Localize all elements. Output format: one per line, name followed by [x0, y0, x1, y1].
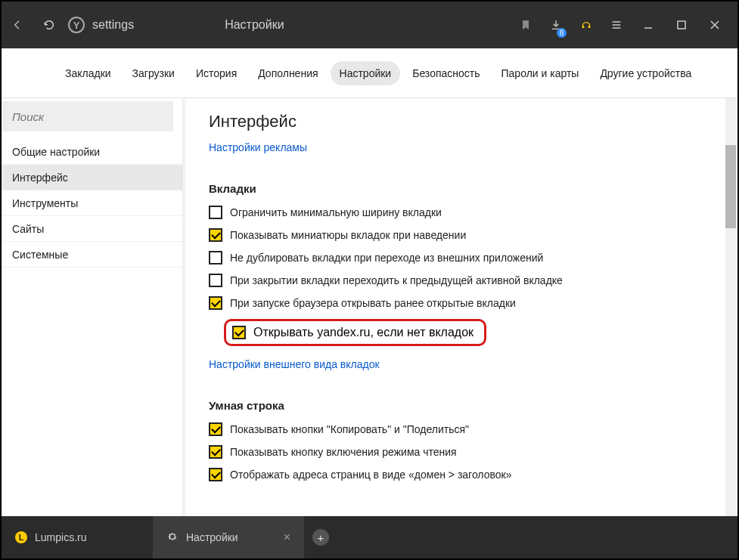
- opt-domain-title-format[interactable]: Отображать адреса страниц в виде «домен …: [209, 468, 710, 481]
- sidebar: Общие настройки Интерфейс Инструменты Са…: [2, 98, 183, 518]
- maximize-button[interactable]: [665, 2, 698, 48]
- checkbox-icon[interactable]: [209, 228, 222, 242]
- downloads-icon[interactable]: 8: [541, 2, 571, 48]
- opt-reader-mode-button[interactable]: Показывать кнопку включения режима чтени…: [209, 445, 710, 459]
- sidebar-item-system[interactable]: Системные: [2, 242, 182, 268]
- search-input[interactable]: [2, 101, 173, 131]
- opt-restore-tabs[interactable]: При запуске браузера открывать ранее отк…: [209, 296, 710, 310]
- nav-history[interactable]: История: [187, 61, 246, 85]
- sidebar-search: [2, 101, 173, 131]
- sidebar-item-sites[interactable]: Сайты: [2, 216, 182, 242]
- address-text[interactable]: settings: [92, 18, 134, 32]
- ad-settings-link[interactable]: Настройки рекламы: [209, 141, 307, 153]
- bookmark-icon[interactable]: [511, 2, 541, 48]
- reload-button[interactable]: [33, 2, 65, 48]
- checkbox-icon[interactable]: [209, 468, 222, 481]
- page-title: Настройки: [225, 18, 284, 32]
- sidebar-item-interface[interactable]: Интерфейс: [2, 165, 182, 190]
- close-icon[interactable]: ×: [284, 531, 290, 544]
- back-button[interactable]: [2, 2, 33, 48]
- checkbox-icon[interactable]: [209, 296, 222, 310]
- highlighted-option[interactable]: Открывать yandex.ru, если нет вкладок: [224, 319, 486, 346]
- svg-rect-1: [678, 21, 685, 29]
- checkbox-icon[interactable]: [209, 274, 222, 287]
- yandex-logo-icon[interactable]: Y: [68, 17, 85, 33]
- navbar: Закладки Загрузки История Дополнения Нас…: [2, 48, 737, 98]
- sidebar-item-tools[interactable]: Инструменты: [2, 190, 182, 216]
- sidebar-item-general[interactable]: Общие настройки: [2, 139, 182, 165]
- headphones-icon[interactable]: [571, 2, 601, 48]
- tab-settings[interactable]: Настройки ×: [153, 516, 304, 558]
- opt-show-thumbnails[interactable]: Показывать миниатюры вкладок при наведен…: [209, 228, 710, 242]
- nav-passwords[interactable]: Пароли и карты: [492, 61, 588, 85]
- main-panel: Интерфейс Настройки рекламы Вкладки Огра…: [186, 98, 733, 518]
- opt-label: При закрытии вкладки переходить к предыд…: [230, 274, 563, 286]
- content: Общие настройки Интерфейс Инструменты Са…: [2, 98, 737, 518]
- close-button[interactable]: [698, 2, 731, 48]
- opt-label: Показывать миниатюры вкладок при наведен…: [230, 229, 466, 241]
- nav-devices[interactable]: Другие устройства: [591, 61, 700, 85]
- plus-icon: +: [312, 529, 329, 546]
- new-tab-button[interactable]: +: [304, 516, 337, 558]
- opt-goto-previous[interactable]: При закрытии вкладки переходить к предыд…: [209, 274, 710, 287]
- scrollbar-thumb[interactable]: [725, 145, 736, 228]
- tabbar: L Lumpics.ru Настройки × +: [2, 516, 737, 558]
- tab-appearance-link[interactable]: Настройки внешнего вида вкладок: [209, 358, 380, 370]
- opt-label: Показывать кнопки "Копировать" и "Подели…: [230, 423, 469, 435]
- checkbox-icon[interactable]: [209, 206, 222, 219]
- opt-label: Открывать yandex.ru, если нет вкладок: [253, 326, 474, 339]
- titlebar: Y settings Настройки 8: [2, 2, 737, 48]
- checkbox-icon[interactable]: [209, 445, 222, 459]
- gear-icon: [166, 531, 179, 545]
- nav-addons[interactable]: Дополнения: [249, 61, 327, 85]
- opt-limit-width[interactable]: Ограничить минимальную ширину вкладки: [209, 206, 710, 219]
- opt-label: Отображать адреса страниц в виде «домен …: [230, 469, 511, 481]
- nav-settings[interactable]: Настройки: [331, 61, 401, 85]
- favicon-icon: L: [15, 531, 27, 543]
- opt-label: Ограничить минимальную ширину вкладки: [230, 206, 442, 218]
- minimize-button[interactable]: [632, 2, 665, 48]
- menu-icon[interactable]: [601, 2, 632, 48]
- tab-lumpics[interactable]: L Lumpics.ru: [2, 516, 153, 558]
- opt-label: При запуске браузера открывать ранее отк…: [230, 297, 516, 309]
- section-smartbar-title: Умная строка: [209, 399, 710, 412]
- checkbox-icon[interactable]: [209, 422, 222, 436]
- opt-label: Не дублировать вкладки при переходе из в…: [230, 252, 543, 264]
- nav-bookmarks[interactable]: Закладки: [56, 61, 120, 85]
- checkbox-icon[interactable]: [232, 326, 246, 339]
- nav-downloads[interactable]: Загрузки: [123, 61, 184, 85]
- opt-no-duplicate-tabs[interactable]: Не дублировать вкладки при переходе из в…: [209, 251, 710, 265]
- downloads-badge: 8: [557, 28, 567, 38]
- tab-label: Настройки: [186, 531, 238, 543]
- opt-copy-share-buttons[interactable]: Показывать кнопки "Копировать" и "Подели…: [209, 422, 710, 436]
- checkbox-icon[interactable]: [209, 251, 222, 265]
- nav-security[interactable]: Безопасность: [403, 61, 489, 85]
- section-tabs-title: Вкладки: [209, 182, 710, 195]
- main-heading: Интерфейс: [209, 112, 710, 131]
- opt-label: Показывать кнопку включения режима чтени…: [230, 446, 457, 458]
- tab-label: Lumpics.ru: [35, 531, 86, 543]
